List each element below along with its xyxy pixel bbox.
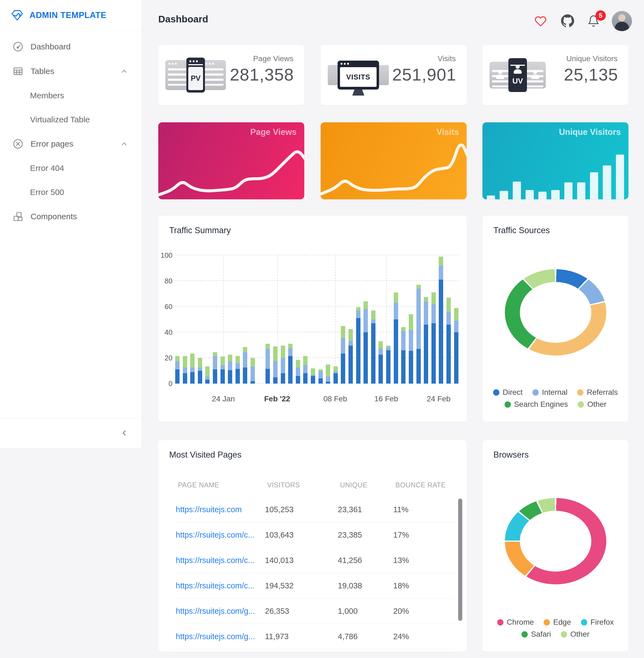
column-header-unique[interactable]: UNIQUE (340, 481, 367, 489)
legend-item-internal[interactable]: Internal (532, 388, 567, 397)
stacked-bar[interactable] (364, 302, 368, 383)
stacked-bar[interactable] (386, 346, 391, 383)
sidebar-collapse-button[interactable] (117, 426, 131, 440)
stacked-bar[interactable] (348, 329, 353, 383)
stacked-bar[interactable] (221, 356, 225, 383)
bounce-rate-value: 13% (393, 556, 409, 565)
error-icon (12, 138, 24, 150)
bar-segment (175, 356, 180, 361)
sidebar-item-error-pages[interactable]: Error pages (0, 132, 142, 156)
stacked-bar[interactable] (394, 292, 398, 383)
y-axis-tick: 40 (160, 328, 172, 337)
bar-segment (386, 350, 391, 383)
stacked-bar[interactable] (175, 356, 180, 383)
table-scrollbar[interactable] (458, 499, 462, 621)
legend-label: Search Engines (514, 400, 568, 409)
stacked-bar[interactable] (205, 367, 210, 383)
stacked-bar[interactable] (296, 360, 300, 383)
stacked-bar[interactable] (319, 369, 323, 383)
stacked-bar[interactable] (228, 355, 232, 383)
visits-monitor-icon: VISITS (328, 61, 389, 90)
stacked-bar[interactable] (432, 292, 436, 383)
legend-item-other[interactable]: Other (561, 630, 590, 639)
page-link[interactable]: https://rsuitejs.com/c... (176, 556, 254, 565)
notifications-bell-icon[interactable]: 5 (587, 15, 600, 27)
page-link[interactable]: https://rsuitejs.com/c... (176, 581, 254, 590)
stacked-bar[interactable] (311, 368, 315, 383)
spark-card-visits[interactable]: Visits (321, 122, 467, 199)
stacked-bar[interactable] (288, 344, 293, 383)
stacked-bar[interactable] (198, 358, 202, 383)
stacked-bar[interactable] (409, 314, 413, 383)
stacked-bar[interactable] (281, 346, 285, 383)
stacked-bar[interactable] (356, 307, 361, 383)
traffic-sources-panel: Traffic Sources DirectInternalReferralsS… (482, 216, 628, 422)
stacked-bar[interactable] (454, 308, 458, 383)
stacked-bar[interactable] (371, 310, 375, 383)
page-link[interactable]: https://rsuitejs.com/c... (176, 530, 254, 540)
stacked-bar[interactable] (235, 356, 240, 383)
bar-segment (303, 373, 307, 383)
spark-bar (603, 166, 611, 199)
stacked-bar[interactable] (326, 365, 330, 383)
sidebar-item-error-404[interactable]: Error 404 (0, 156, 142, 180)
notification-badge: 5 (595, 10, 606, 21)
legend-dot (493, 389, 499, 396)
logo[interactable]: ADMIN TEMPLATE (0, 0, 142, 30)
panel-title: Most Visited Pages (169, 450, 242, 460)
bar-segment (394, 303, 398, 320)
stacked-bar[interactable] (416, 285, 421, 383)
stacked-bar[interactable] (213, 352, 217, 383)
stacked-bar[interactable] (251, 358, 255, 383)
legend-item-direct[interactable]: Direct (493, 388, 523, 397)
stacked-bar[interactable] (334, 367, 338, 383)
bar-segment (266, 349, 270, 369)
stacked-bar[interactable] (341, 326, 345, 383)
column-header-page-name[interactable]: PAGE NAME (178, 481, 219, 489)
bar-segment (334, 371, 338, 373)
bar-segment (416, 285, 421, 289)
bar-segment (213, 356, 217, 369)
legend-item-chrome[interactable]: Chrome (497, 618, 534, 627)
stacked-bar[interactable] (424, 297, 428, 383)
stacked-bar[interactable] (243, 347, 247, 383)
bar-segment (319, 371, 323, 378)
legend-item-search-engines[interactable]: Search Engines (505, 400, 568, 409)
stacked-bar[interactable] (439, 257, 443, 383)
page-link[interactable]: https://rsuitejs.com/g... (176, 607, 255, 616)
stacked-bar[interactable] (266, 344, 270, 383)
bar-segment (296, 368, 300, 376)
stacked-bar[interactable] (303, 356, 307, 383)
sidebar-item-error-500[interactable]: Error 500 (0, 180, 142, 204)
favorite-heart-icon[interactable] (534, 15, 547, 27)
spark-card-page-views[interactable]: Page Views (158, 122, 304, 199)
sidebar-item-dashboard[interactable]: Dashboard (0, 35, 142, 59)
sidebar-item-components[interactable]: Components (0, 204, 142, 229)
chevron-up-icon[interactable] (120, 67, 128, 75)
user-avatar[interactable] (612, 11, 632, 31)
stacked-bar[interactable] (190, 354, 194, 383)
stacked-bar[interactable] (401, 327, 406, 383)
bar-segment (401, 331, 406, 350)
github-icon[interactable] (561, 14, 574, 27)
bar-segment (334, 367, 338, 372)
column-header-visitors[interactable]: VISITORS (267, 481, 300, 489)
legend-item-other[interactable]: Other (578, 400, 606, 409)
legend-item-safari[interactable]: Safari (522, 630, 551, 639)
sidebar-item-members[interactable]: Members (0, 84, 142, 108)
stacked-bar[interactable] (183, 356, 187, 383)
column-header-bounce-rate[interactable]: BOUNCE RATE (395, 481, 445, 489)
sidebar-item-virtualized-table[interactable]: Virtualized Table (0, 108, 142, 132)
legend-item-firefox[interactable]: Firefox (581, 618, 614, 627)
stacked-bar[interactable] (273, 347, 277, 383)
spark-card-unique-visitors[interactable]: Unique Visitors (482, 122, 628, 199)
legend-label: Other (570, 630, 590, 639)
page-link[interactable]: https://rsuitejs.com/g... (176, 632, 255, 641)
sidebar-item-tables[interactable]: Tables (0, 59, 142, 84)
chevron-up-icon[interactable] (120, 140, 128, 148)
legend-item-referrals[interactable]: Referrals (577, 388, 618, 397)
page-link[interactable]: https://rsuitejs.com (176, 505, 242, 514)
stacked-bar[interactable] (378, 341, 383, 383)
legend-item-edge[interactable]: Edge (544, 618, 571, 627)
stacked-bar[interactable] (446, 298, 451, 383)
